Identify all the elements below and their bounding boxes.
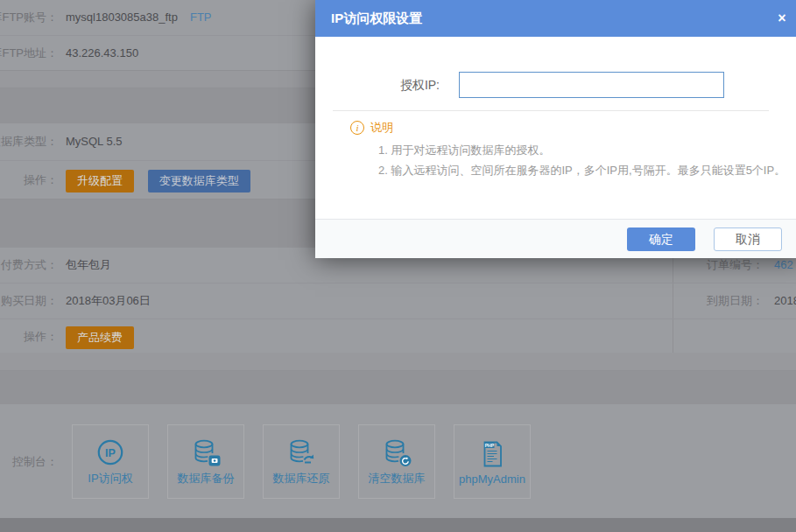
card-database-clear[interactable]: 清空数据库 — [358, 424, 435, 499]
card-database-backup[interactable]: 数据库备份 — [167, 424, 244, 499]
section-console: 控制台： IP IP访问权 — [0, 404, 796, 518]
note-title: 说明 — [370, 121, 393, 135]
renew-product-button[interactable]: 产品续费 — [66, 326, 134, 349]
ftp-address-label: 库FTP地址： — [0, 36, 58, 71]
database-clear-icon — [381, 437, 412, 468]
info-icon: i — [350, 121, 364, 135]
close-icon[interactable]: × — [767, 0, 796, 37]
payment-method-label: 付费方式： — [1, 248, 58, 283]
page-bottom-strip — [0, 518, 796, 532]
console-cards: IP IP访问权 数据库备份 — [72, 424, 531, 499]
billing-actions-label: 操作： — [24, 319, 58, 354]
dialog-title: IP访问权限设置 — [315, 0, 796, 37]
ftp-account-value: mysql1803085a38_ftpFTP — [66, 0, 212, 35]
purchase-date-label: 购买日期： — [1, 284, 58, 318]
ip-circle-icon: IP — [95, 437, 126, 468]
section-billing-info: 付费方式： 包年包月 订单编号： 462 购买日期： 2018年03月06日 到… — [0, 248, 796, 353]
purchase-date-value: 2018年03月06日 — [66, 284, 151, 318]
expire-date-label: 到期日期： — [707, 284, 764, 318]
change-db-type-button[interactable]: 变更数据库类型 — [148, 170, 250, 192]
console-label: 控制台： — [12, 454, 58, 470]
ip-access-permission-dialog: IP访问权限设置 × 授权IP: i 说明 1. 用于对远程访问数据库的授权。 … — [315, 0, 796, 258]
expire-date-value: 2018 — [774, 284, 796, 318]
billing-actions: 产品续费 — [66, 319, 144, 354]
db-actions: 升级配置 变更数据库类型 — [66, 161, 261, 200]
card-label: IP访问权 — [88, 471, 132, 486]
card-phpmyadmin[interactable]: PHP phpMyAdmin — [454, 424, 531, 499]
phpmyadmin-icon: PHP — [476, 438, 508, 470]
divider — [333, 110, 769, 111]
payment-method-value: 包年包月 — [66, 248, 111, 283]
note-item: 2. 输入远程访问、空间所在服务器的IP，多个IP用,号隔开。最多只能设置5个I… — [378, 163, 785, 178]
table-row: 购买日期： 2018年03月06日 到期日期： 2018 — [0, 283, 796, 318]
note-item: 1. 用于对远程访问数据库的授权。 — [378, 143, 550, 158]
authorized-ip-label: 授权IP: — [400, 72, 440, 98]
section-billing-footer-strip — [0, 353, 796, 371]
confirm-button[interactable]: 确定 — [627, 228, 695, 251]
cancel-button[interactable]: 取消 — [714, 228, 782, 251]
dialog-footer: 确定 取消 — [315, 219, 796, 258]
authorized-ip-input[interactable] — [459, 72, 724, 98]
ftp-account-label: 库FTP账号： — [0, 0, 58, 35]
database-backup-icon — [190, 437, 222, 468]
db-type-value: MySQL 5.5 — [66, 123, 123, 160]
table-row: 操作： 产品续费 — [0, 318, 796, 354]
card-label: 数据库还原 — [273, 471, 330, 486]
card-label: phpMyAdmin — [459, 472, 525, 486]
ftp-address-value: 43.226.43.150 — [66, 36, 138, 71]
dialog-header: IP访问权限设置 × — [315, 0, 796, 37]
db-actions-label: 操作： — [24, 161, 58, 200]
db-type-label: 数据库类型： — [0, 123, 58, 160]
card-ip-access[interactable]: IP IP访问权 — [72, 424, 149, 499]
card-label: 数据库备份 — [178, 471, 235, 486]
database-restore-icon — [285, 437, 317, 468]
svg-text:IP: IP — [105, 447, 116, 459]
card-database-restore[interactable]: 数据库还原 — [263, 424, 340, 499]
svg-text:PHP: PHP — [485, 442, 495, 447]
upgrade-config-button[interactable]: 升级配置 — [66, 170, 134, 192]
section-gap — [0, 371, 796, 404]
ftp-link[interactable]: FTP — [190, 10, 212, 24]
card-label: 清空数据库 — [369, 471, 426, 486]
